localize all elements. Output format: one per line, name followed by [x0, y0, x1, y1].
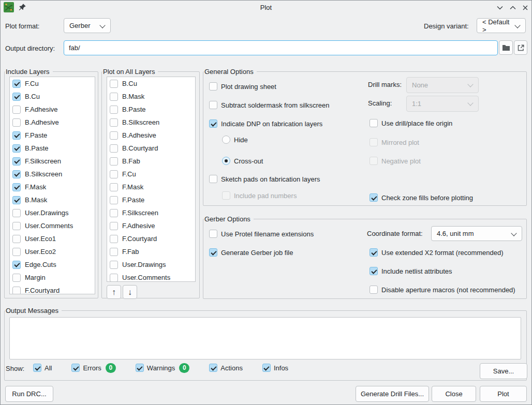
filter-item[interactable]: Actions: [209, 364, 243, 372]
layer-row[interactable]: Margin: [10, 271, 95, 284]
layer-row[interactable]: B.Adhesive: [107, 129, 195, 142]
checkbox[interactable]: [370, 248, 378, 257]
layer-row[interactable]: B.Adhesive: [10, 116, 95, 129]
design-variant-select[interactable]: < Default >: [477, 18, 526, 33]
filter-item[interactable]: Warnings 0: [136, 363, 189, 373]
check-zone-fills-option[interactable]: Check zone fills before plotting: [370, 193, 473, 202]
layer-row[interactable]: F.Cu: [10, 77, 95, 90]
layer-checkbox[interactable]: [110, 131, 118, 140]
layer-checkbox[interactable]: [110, 248, 118, 256]
layer-checkbox[interactable]: [110, 274, 118, 282]
dnp-crossout-radio[interactable]: Cross-out: [222, 156, 263, 166]
filter-checkbox[interactable]: [71, 364, 80, 372]
indicate-dnp-option[interactable]: Indicate DNP on fabrication layers: [209, 119, 322, 128]
open-directory-button[interactable]: [514, 40, 527, 55]
output-messages-box[interactable]: [9, 317, 521, 359]
layer-row[interactable]: User.Comments: [107, 271, 195, 282]
layer-checkbox[interactable]: [12, 261, 21, 269]
layer-row[interactable]: Edge.Cuts: [10, 258, 95, 271]
sketch-pads-option[interactable]: Sketch pads on fabrication layers: [209, 174, 320, 184]
layer-row[interactable]: F.Paste: [107, 193, 195, 206]
layer-checkbox[interactable]: [12, 196, 21, 204]
layer-checkbox[interactable]: [12, 235, 21, 243]
layer-checkbox[interactable]: [12, 170, 21, 178]
plot-drawing-sheet-option[interactable]: Plot drawing sheet: [209, 82, 276, 91]
filter-item[interactable]: Errors 0: [71, 363, 115, 373]
checkbox[interactable]: [209, 119, 217, 128]
layer-checkbox[interactable]: [110, 106, 118, 114]
checkbox[interactable]: [370, 267, 378, 275]
layer-row[interactable]: B.Paste: [107, 103, 195, 116]
layer-row[interactable]: F.Silkscreen: [107, 206, 195, 219]
layer-checkbox[interactable]: [110, 118, 118, 127]
plot-button[interactable]: Plot: [480, 386, 527, 402]
layer-checkbox[interactable]: [12, 93, 21, 101]
layer-checkbox[interactable]: [110, 93, 118, 101]
window-maximize-icon[interactable]: [509, 4, 516, 11]
window-close-icon[interactable]: [521, 4, 529, 11]
protel-extensions-option[interactable]: Use Protel filename extensions: [209, 229, 314, 238]
layer-checkbox[interactable]: [12, 144, 21, 153]
checkbox[interactable]: [370, 119, 378, 127]
layer-row[interactable]: F.Adhesive: [10, 103, 95, 116]
layer-checkbox[interactable]: [12, 209, 21, 217]
layer-checkbox[interactable]: [12, 183, 21, 191]
layer-row[interactable]: B.Courtyard: [107, 142, 195, 155]
layer-row[interactable]: B.Fab: [107, 155, 195, 168]
layer-row[interactable]: B.Paste: [10, 142, 95, 155]
filter-checkbox[interactable]: [136, 364, 144, 372]
move-layer-down-button[interactable]: ↓: [123, 285, 137, 299]
plot-format-select[interactable]: Gerber: [64, 18, 111, 33]
layer-row[interactable]: User.Eco2: [10, 245, 95, 258]
checkbox[interactable]: [370, 286, 378, 294]
layer-row[interactable]: B.Mask: [107, 90, 195, 103]
layer-checkbox[interactable]: [110, 80, 118, 88]
layer-checkbox[interactable]: [110, 196, 118, 204]
layer-row[interactable]: F.Courtyard: [10, 284, 95, 294]
layer-row[interactable]: F.Fab: [107, 245, 195, 258]
filter-checkbox[interactable]: [209, 364, 217, 372]
layer-checkbox[interactable]: [12, 274, 21, 282]
layer-row[interactable]: User.Drawings: [107, 258, 195, 271]
layer-checkbox[interactable]: [12, 287, 21, 295]
layer-checkbox[interactable]: [12, 157, 21, 166]
filter-checkbox[interactable]: [33, 364, 41, 372]
generate-drill-files-button[interactable]: Generate Drill Files...: [356, 386, 429, 402]
filter-item[interactable]: All: [33, 364, 52, 372]
filter-item[interactable]: Infos: [262, 364, 288, 372]
output-directory-input[interactable]: fab/: [64, 40, 498, 55]
close-button[interactable]: Close: [432, 386, 476, 402]
layer-row[interactable]: B.Cu: [107, 77, 195, 90]
subtract-soldermask-option[interactable]: Subtract soldermask from silkscreen: [209, 100, 330, 110]
layer-row[interactable]: F.Adhesive: [107, 219, 195, 232]
layer-row[interactable]: F.Courtyard: [107, 232, 195, 245]
gerber-job-file-option[interactable]: Generate Gerber job file: [209, 248, 293, 257]
layer-row[interactable]: User.Drawings: [10, 206, 95, 219]
checkbox[interactable]: [209, 248, 217, 257]
layer-row[interactable]: B.Silkscreen: [107, 116, 195, 129]
layer-checkbox[interactable]: [12, 248, 21, 256]
layer-row[interactable]: F.Silkscreen: [10, 155, 95, 168]
filter-checkbox[interactable]: [262, 364, 271, 372]
dnp-hide-radio[interactable]: Hide: [222, 135, 248, 144]
layer-checkbox[interactable]: [110, 183, 118, 191]
layer-row[interactable]: B.Cu: [10, 90, 95, 103]
layer-row[interactable]: User.Comments: [10, 219, 95, 232]
window-shade-icon[interactable]: [496, 4, 504, 11]
layer-row[interactable]: B.Silkscreen: [10, 168, 95, 181]
layer-checkbox[interactable]: [110, 170, 118, 178]
layer-row[interactable]: B.Mask: [10, 193, 95, 206]
checkbox[interactable]: [209, 230, 217, 238]
layer-row[interactable]: F.Paste: [10, 129, 95, 142]
checkbox[interactable]: [209, 175, 217, 183]
save-messages-button[interactable]: Save...: [480, 363, 527, 379]
netlist-attributes-option[interactable]: Include netlist attributes: [370, 266, 452, 276]
run-drc-button[interactable]: Run DRC...: [5, 386, 53, 402]
radio[interactable]: [222, 157, 230, 165]
checkbox[interactable]: [370, 193, 378, 202]
aperture-macros-option[interactable]: Disable aperture macros (not recommended…: [370, 285, 515, 294]
layer-row[interactable]: F.Cu: [107, 168, 195, 181]
browse-directory-button[interactable]: [499, 40, 513, 55]
checkbox[interactable]: [209, 82, 217, 91]
use-origin-option[interactable]: Use drill/place file origin: [370, 118, 452, 128]
